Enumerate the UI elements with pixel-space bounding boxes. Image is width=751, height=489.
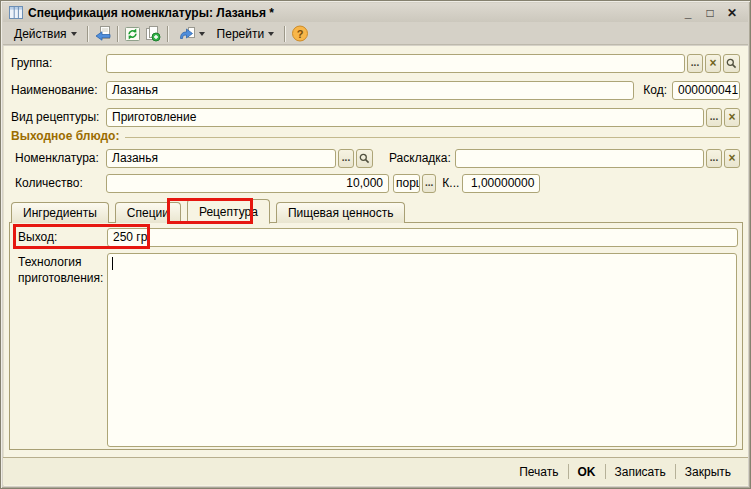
nomenclature-input[interactable]: Лазанья [106, 149, 336, 168]
group-clear-x-button[interactable]: × [705, 54, 721, 73]
form-body: Группа: ... × Наименование: Лазанья Код:… [3, 46, 748, 486]
nomenclature-row: Номенклатура: Лазанья ... Раскладка: ...… [15, 148, 740, 168]
specification-window: Спецификация номенклатуры: Лазанья * _ □… [0, 0, 751, 489]
group-select-ellipsis-button[interactable]: ... [687, 54, 703, 73]
output-row: Выход: 250 гр [18, 227, 738, 247]
tab-nutrition[interactable]: Пищевая ценность [276, 202, 406, 223]
group-label: Группа: [11, 56, 106, 70]
toolbar-separator [117, 26, 119, 42]
group-input[interactable] [106, 54, 685, 73]
tab-spices[interactable]: Специи [115, 202, 181, 223]
output-input[interactable]: 250 гр [107, 228, 738, 247]
goto-related-icon[interactable] [173, 23, 211, 45]
goto-menu-label: Перейти [217, 27, 265, 41]
layout-input[interactable] [455, 149, 704, 168]
toolbar-separator [87, 26, 89, 42]
toolbar: Действия Перейти ? [3, 23, 748, 45]
close-button[interactable]: ✕ [726, 6, 738, 20]
section-divider [125, 137, 740, 138]
quantity-row: Количество: 10,000 порц ... К... 1,00000… [15, 173, 740, 193]
chevron-down-icon [71, 32, 77, 36]
unit-select-ellipsis-button[interactable]: ... [422, 174, 436, 193]
refresh-icon[interactable] [123, 25, 143, 43]
goto-menu-button[interactable]: Перейти [211, 24, 281, 44]
output-label: Выход: [18, 230, 107, 244]
nomenclature-label: Номенклатура: [15, 151, 106, 165]
save-button[interactable]: Записать [606, 463, 675, 481]
recipe-kind-clear-x-button[interactable]: × [724, 108, 740, 127]
minimize-button[interactable]: _ [682, 6, 694, 20]
window-controls: _ □ ✕ [682, 6, 742, 20]
layout-select-ellipsis-button[interactable]: ... [706, 149, 722, 168]
print-button[interactable]: Печать [510, 463, 567, 481]
output-dish-section: Выходное блюдо: [11, 129, 740, 143]
technology-textarea[interactable] [107, 253, 737, 447]
coefficient-label: К... [442, 176, 459, 190]
help-icon[interactable]: ? [290, 25, 310, 43]
footer-button-bar: Печать OK Записать Закрыть [3, 457, 748, 485]
actions-menu-button[interactable]: Действия [8, 24, 83, 44]
ok-button[interactable]: OK [569, 463, 605, 481]
close-form-button[interactable]: Закрыть [676, 463, 740, 481]
tab-recipe[interactable]: Рецептура [187, 199, 270, 224]
technology-label: Технология приготовления: [18, 255, 106, 286]
actions-menu-label: Действия [14, 27, 67, 41]
toolbar-separator [167, 26, 169, 42]
name-label: Наименование: [11, 83, 106, 97]
quantity-input[interactable]: 10,000 [106, 174, 389, 193]
recipe-kind-input[interactable]: Приготовление [106, 108, 704, 127]
unit-input[interactable]: порц [393, 174, 420, 193]
table-icon [9, 6, 23, 19]
toolbar-separator [284, 26, 286, 42]
tab-ingredients[interactable]: Ингредиенты [11, 202, 109, 223]
nomenclature-select-ellipsis-button[interactable]: ... [338, 149, 354, 168]
name-row: Наименование: Лазанья Код: 000000041 [11, 80, 740, 100]
tab-bar: Ингредиенты Специи Рецептура Пищевая цен… [9, 198, 741, 223]
recipe-tab-panel: Выход: 250 гр Технология приготовления: [9, 222, 743, 450]
output-dish-section-title: Выходное блюдо: [11, 129, 119, 143]
recipe-kind-row: Вид рецептуры: Приготовление ... × [11, 107, 740, 127]
layout-clear-x-button[interactable]: × [724, 149, 740, 168]
text-cursor [112, 257, 113, 270]
window-title: Спецификация номенклатуры: Лазанья * [28, 6, 274, 20]
nomenclature-magnifier-icon[interactable] [356, 149, 373, 168]
title-bar: Спецификация номенклатуры: Лазанья * _ □… [3, 3, 748, 22]
layout-label: Раскладка: [389, 151, 451, 165]
reread-icon[interactable] [93, 25, 113, 43]
svg-text:?: ? [297, 28, 304, 40]
code-label: Код: [643, 83, 667, 97]
maximize-button[interactable]: □ [704, 6, 716, 20]
code-input[interactable]: 000000041 [672, 81, 740, 100]
name-input[interactable]: Лазанья [106, 81, 634, 100]
chevron-down-icon [199, 32, 205, 36]
chevron-down-icon [268, 32, 274, 36]
recipe-kind-select-ellipsis-button[interactable]: ... [706, 108, 722, 127]
group-magnifier-icon[interactable] [723, 54, 740, 73]
group-row: Группа: ... × [11, 53, 740, 73]
coefficient-input[interactable]: 1,00000000 [462, 174, 540, 193]
quantity-label: Количество: [15, 176, 106, 190]
recipe-kind-label: Вид рецептуры: [11, 110, 106, 124]
copy-new-icon[interactable] [143, 25, 163, 43]
